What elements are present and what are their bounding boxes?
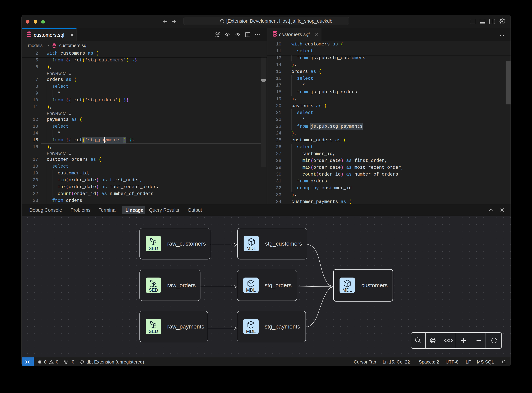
svg-text:stg_orders: stg_orders — [265, 282, 292, 288]
svg-text:raw_customers: raw_customers — [167, 241, 206, 247]
svg-text:stg_payments: stg_payments — [265, 323, 300, 330]
svg-text:raw_orders: raw_orders — [167, 282, 196, 288]
svg-text:raw_payments: raw_payments — [167, 323, 204, 330]
svg-text:stg_customers: stg_customers — [265, 241, 302, 247]
svg-text:customers: customers — [361, 282, 388, 288]
